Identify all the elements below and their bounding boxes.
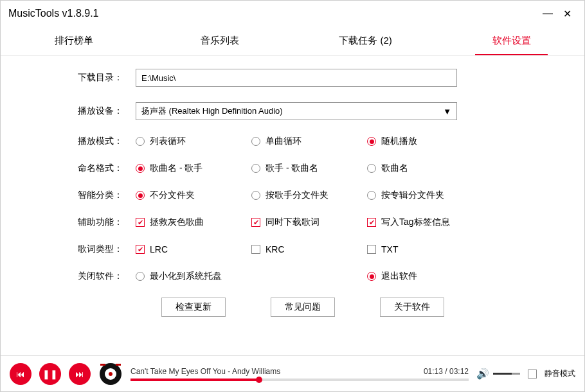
smart-sort-label: 智能分类： [20,190,136,201]
play-device-label: 播放设备： [20,105,136,117]
radio-icon [367,137,376,146]
radio-icon [136,272,145,281]
name-format-option-2[interactable]: 歌曲名 [367,163,483,174]
checkbox-icon [528,370,537,379]
about-button[interactable]: 关于软件 [380,298,444,317]
svg-rect-4 [100,364,105,366]
play-pause-button[interactable]: ❚❚ [39,363,61,385]
progress-knob[interactable] [256,377,262,383]
album-cover [98,362,123,386]
next-icon: ⏭ [75,369,84,379]
assist-label: 辅助功能： [20,217,136,228]
smart-sort-option-2[interactable]: 按专辑分文件夹 [367,190,483,201]
player-bar: ⏮ ❚❚ ⏭ Can't Take My Eyes Off You - Andy… [1,355,584,391]
radio-icon [251,137,260,146]
settings-panel: 下载目录： 播放设备： 扬声器 (Realtek High Definition… [1,56,584,355]
name-format-label: 命名格式： [20,163,136,174]
checkbox-icon: ✔ [367,218,376,227]
radio-icon [136,137,145,146]
assist-option-lyrics[interactable]: ✔同时下载歌词 [251,217,367,228]
faq-button[interactable]: 常见问题 [271,298,335,317]
play-mode-label: 播放模式： [20,136,136,147]
play-mode-option-shuffle[interactable]: 随机播放 [367,136,483,147]
lyric-type-krc[interactable]: KRC [251,244,367,254]
close-mode-exit[interactable]: 退出软件 [367,271,483,282]
smart-sort-option-0[interactable]: 不分文件夹 [136,190,251,201]
prev-icon: ⏮ [16,369,25,379]
checkbox-icon [367,245,376,254]
radio-icon [136,191,145,200]
mute-toggle[interactable]: 静音模式 [528,368,575,379]
tab-bar: 排行榜单 音乐列表 下载任务 (2) 软件设置 [1,26,584,56]
svg-rect-5 [116,364,121,366]
name-format-option-0[interactable]: 歌曲名 - 歌手 [136,163,251,174]
checkbox-icon: ✔ [136,218,145,227]
lyric-type-lrc[interactable]: ✔LRC [136,244,251,254]
volume-icon[interactable]: 🔊 [476,368,489,380]
close-mode-tray[interactable]: 最小化到系统托盘 [136,271,264,282]
lyric-type-txt[interactable]: TXT [367,244,483,254]
radio-icon [251,164,260,173]
download-dir-label: 下载目录： [20,72,136,84]
tab-download-tasks[interactable]: 下载任务 (2) [292,26,438,55]
close-mode-label: 关闭软件： [20,271,136,282]
checkbox-icon: ✔ [136,245,145,254]
mute-label: 静音模式 [544,368,575,379]
track-title: Can't Take My Eyes Off You - Andy Willia… [130,367,280,376]
smart-sort-option-1[interactable]: 按歌手分文件夹 [251,190,367,201]
checkbox-icon: ✔ [251,218,260,227]
radio-icon [367,272,376,281]
track-area: Can't Take My Eyes Off You - Andy Willia… [130,367,469,381]
play-mode-option-loop[interactable]: 列表循环 [136,136,251,147]
next-button[interactable]: ⏭ [69,363,91,385]
checkbox-icon [251,245,260,254]
volume-control: 🔊 [476,368,520,380]
chevron-down-icon: ▼ [443,107,451,116]
prev-button[interactable]: ⏮ [10,363,32,385]
play-device-select[interactable]: 扬声器 (Realtek High Definition Audio) ▼ [136,102,457,120]
album-art-icon [99,362,122,386]
name-format-option-1[interactable]: 歌手 - 歌曲名 [251,163,367,174]
titlebar: MusicTools v1.8.9.1 — ✕ [1,1,584,26]
minimize-button[interactable]: — [538,8,557,19]
tab-settings[interactable]: 软件设置 [438,26,584,55]
close-button[interactable]: ✕ [557,8,577,20]
svg-point-3 [109,372,113,376]
progress-bar[interactable] [130,379,469,381]
download-dir-input[interactable] [136,69,457,87]
pause-icon: ❚❚ [42,369,58,379]
track-time: 01:13 / 03:12 [424,367,469,376]
play-mode-option-single[interactable]: 单曲循环 [251,136,367,147]
lyric-type-label: 歌词类型： [20,244,136,255]
radio-icon [367,164,376,173]
window-title: MusicTools v1.8.9.1 [8,8,538,19]
tab-ranking[interactable]: 排行榜单 [1,26,147,55]
volume-slider[interactable] [493,373,520,375]
check-update-button[interactable]: 检查更新 [161,298,226,317]
assist-option-tag[interactable]: ✔写入Tag标签信息 [367,217,483,228]
assist-option-gray[interactable]: ✔拯救灰色歌曲 [136,217,251,228]
tab-music-list[interactable]: 音乐列表 [147,26,292,55]
play-device-value: 扬声器 (Realtek High Definition Audio) [141,105,283,117]
radio-icon [367,191,376,200]
radio-icon [251,191,260,200]
radio-icon [136,164,145,173]
